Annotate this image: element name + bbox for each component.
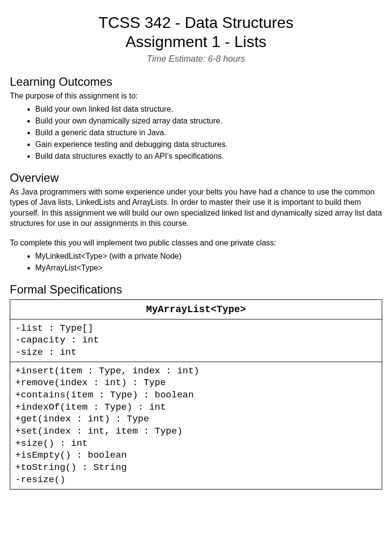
page-subtitle: Assignment 1 - Lists (10, 33, 382, 51)
overview-para2: To complete this you will implement two … (10, 238, 382, 248)
overview-para1: As Java programmers with some experience… (10, 187, 382, 229)
learning-outcomes-list: Build your own linked list data structur… (10, 103, 382, 162)
time-estimate: Time Estimate: 6-8 hours (10, 54, 382, 64)
formal-spec-heading: Formal Specifications (10, 283, 382, 296)
page-title: TCSS 342 - Data Structures (10, 14, 382, 32)
overview-heading: Overview (10, 171, 382, 185)
spec-fields-cell: -list : Type[] -capacity : int -size : i… (10, 319, 382, 362)
spec-class-name: MyArrayList<Type> (10, 299, 382, 319)
learning-outcomes-heading: Learning Outcomes (10, 75, 382, 89)
spec-methods-cell: +insert(item : Type, index : int) +remov… (10, 362, 382, 489)
overview-classes-list: MyLinkedList<Type> (with a private Node)… (10, 250, 382, 274)
list-item: MyLinkedList<Type> (with a private Node) (35, 250, 382, 262)
list-item: Build your own dynamically sized array d… (35, 115, 382, 127)
learning-outcomes-intro: The purpose of this assignment is to: (10, 91, 382, 101)
list-item: Build your own linked list data structur… (35, 103, 382, 115)
list-item: Build data structures exactly to an API'… (35, 150, 382, 162)
list-item: Gain experience testing and debugging da… (35, 139, 382, 150)
header-block: TCSS 342 - Data Structures Assignment 1 … (10, 14, 382, 64)
list-item: MyArrayList<Type> (35, 262, 382, 274)
list-item: Build a generic data structure in Java. (35, 127, 382, 139)
spec-table: MyArrayList<Type> -list : Type[] -capaci… (10, 299, 382, 489)
